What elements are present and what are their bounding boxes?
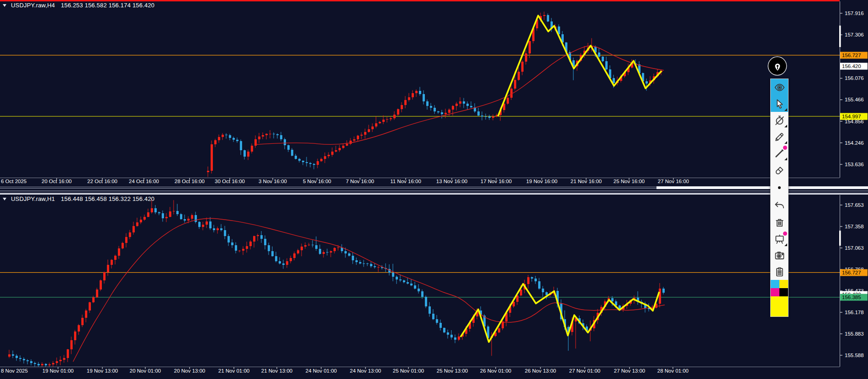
notification-dot — [783, 146, 787, 150]
time-axis-label: 20 Nov 01:00 — [130, 368, 161, 374]
price-axis-label: 157.063 — [845, 245, 864, 251]
horizontal-scrollbar-thumb[interactable] — [656, 186, 868, 189]
candles-group-h4[interactable] — [207, 11, 662, 177]
pen-nib-icon — [772, 60, 783, 72]
time-axis-label: 7 Nov 16:00 — [346, 179, 374, 184]
time-axis-label: 25 Nov 01:00 — [393, 368, 424, 374]
time-axis-label: 27 Nov 13:00 — [614, 368, 645, 374]
stopwatch-disabled-icon — [774, 115, 785, 126]
eye-icon — [774, 82, 785, 93]
time-axis-label: 3 Nov 16:00 — [259, 179, 287, 184]
eraser-button[interactable] — [771, 161, 788, 178]
price-axis-label: 156.076 — [845, 75, 864, 81]
palette-color-3[interactable] — [779, 288, 788, 296]
time-axis-label: 28 Oct 16:00 — [175, 179, 205, 184]
line-tool-button[interactable] — [771, 145, 788, 161]
time-axis-label: 21 Nov 16:00 — [571, 179, 602, 184]
time-axis-label: 6 Oct 2025 — [1, 179, 26, 184]
price-axis-label: 157.306 — [845, 32, 864, 37]
time-axis-label: 26 Nov 01:00 — [480, 368, 511, 374]
level-price-tag-h1: 156.385 — [840, 294, 868, 301]
price-axis-label: 155.466 — [845, 97, 864, 102]
current-price-tag-h4: 156.420 — [840, 63, 868, 69]
time-axis-label: 5 Nov 16:00 — [303, 179, 331, 184]
ohlc-values-h1: 156.448 156.458 156.322 156.420 — [61, 195, 154, 202]
trash-button[interactable] — [771, 214, 788, 231]
chart-menu-triangle-icon[interactable] — [3, 4, 6, 7]
notification-dot — [783, 232, 787, 236]
time-axis-label: 19 Nov 13:00 — [87, 368, 118, 374]
time-axis-label: 27 Nov 16:00 — [658, 179, 689, 184]
current-color-swatch[interactable] — [771, 296, 788, 316]
time-axis-label: 26 Nov 13:00 — [525, 368, 556, 374]
price-axis-label: 154.246 — [845, 140, 864, 146]
marker-button[interactable] — [771, 128, 788, 145]
time-axis-label: 22 Oct 16:00 — [87, 179, 117, 184]
toolbar-separator — [771, 178, 788, 198]
time-axis-label: 21 Nov 01:00 — [218, 368, 249, 374]
price-axis-label: 153.636 — [845, 162, 864, 167]
time-axis-label: 30 Oct 16:00 — [215, 179, 245, 184]
clipboard-button[interactable] — [771, 263, 788, 280]
submenu-corner-triangle — [784, 243, 787, 246]
active-chart-indicator — [0, 0, 840, 1]
undo-icon — [774, 200, 785, 212]
submenu-corner-triangle — [784, 108, 787, 111]
price-axis-label: 155.588 — [845, 353, 864, 358]
chart-menu-triangle-icon[interactable] — [3, 198, 6, 200]
price-scale-thumb-h1[interactable] — [839, 231, 841, 246]
clipboard-icon — [774, 266, 785, 278]
candles-group-h1[interactable] — [8, 199, 665, 370]
panel-splitter[interactable] — [0, 186, 868, 195]
time-axis-label: 25 Nov 16:00 — [614, 179, 645, 184]
price-axis-label: 157.653 — [845, 202, 864, 208]
time-axis-label: 24 Nov 01:00 — [306, 368, 337, 374]
symbol-timeframe-h1: USDJPY.raw,H1 — [11, 195, 55, 202]
time-axis-label: 24 Nov 13:00 — [350, 368, 381, 374]
marker-icon — [774, 131, 785, 142]
ohlc-values-h4: 156.253 156.582 156.174 156.420 — [61, 2, 154, 9]
pen-tool-button[interactable] — [768, 57, 786, 75]
time-axis-label: 28 Nov 01:00 — [657, 368, 688, 374]
ma-line-h1[interactable] — [73, 218, 665, 362]
price-axis-label: 156.178 — [845, 310, 864, 315]
separator-dot-icon — [778, 186, 781, 189]
stopwatch-disabled-button[interactable] — [771, 112, 788, 128]
price-scale-thumb-h4[interactable] — [839, 26, 841, 47]
chart-title-h1: USDJPY.raw,H1 156.448 156.458 156.322 15… — [3, 195, 154, 202]
mt5-terminal-window: USDJPY.raw,H4 156.253 156.582 156.174 15… — [0, 0, 868, 379]
palette-color-2[interactable] — [771, 288, 779, 296]
time-axis-label: 19 Nov 16:00 — [526, 179, 557, 184]
level-price-tag-h1: 156.727 — [840, 269, 868, 276]
palette-color-1[interactable] — [779, 280, 788, 288]
trash-icon — [774, 217, 785, 228]
time-axis-label: 8 Nov 2025 — [1, 368, 28, 374]
time-axis-label: 11 Nov 16:00 — [390, 179, 421, 184]
level-price-tag-h4: 156.727 — [840, 52, 868, 58]
cursor-button[interactable] — [771, 95, 788, 112]
eye-button[interactable] — [771, 79, 788, 95]
whiteboard-button[interactable] — [771, 231, 788, 247]
time-axis-label: 24 Oct 16:00 — [129, 179, 159, 184]
time-axis-label: 13 Nov 16:00 — [436, 179, 467, 184]
chart-title-h4: USDJPY.raw,H4 156.253 156.582 156.174 15… — [3, 2, 154, 9]
eraser-icon — [774, 164, 785, 175]
time-axis-label: 27 Nov 01:00 — [569, 368, 600, 374]
price-axis-label: 157.358 — [845, 224, 864, 229]
undo-button[interactable] — [771, 198, 788, 214]
drawing-toolbar — [770, 79, 789, 317]
time-axis-label: 17 Nov 16:00 — [481, 179, 512, 184]
symbol-timeframe-h4: USDJPY.raw,H4 — [11, 2, 55, 9]
submenu-corner-triangle — [784, 158, 787, 160]
price-axis-label: 157.916 — [845, 11, 864, 16]
palette-color-0[interactable] — [771, 280, 779, 288]
camera-icon — [774, 250, 785, 261]
time-axis-label: 20 Nov 13:00 — [174, 368, 205, 374]
cursor-icon — [774, 98, 785, 110]
time-axis-label: 21 Nov 13:00 — [261, 368, 292, 374]
submenu-corner-triangle — [784, 141, 787, 144]
level-price-tag-h4: 154.997 — [840, 113, 868, 120]
time-axis-label: 19 Nov 01:00 — [42, 368, 74, 374]
camera-button[interactable] — [771, 247, 788, 263]
color-palette — [771, 280, 788, 296]
